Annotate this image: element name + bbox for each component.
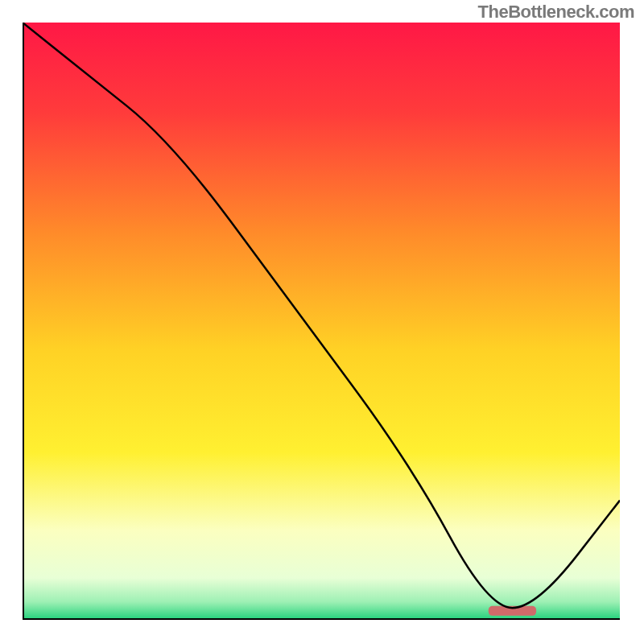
bottleneck-chart [23,23,620,620]
watermark-text: TheBottleneck.com [478,2,634,23]
gradient-background [23,23,620,620]
chart-container [23,23,620,620]
